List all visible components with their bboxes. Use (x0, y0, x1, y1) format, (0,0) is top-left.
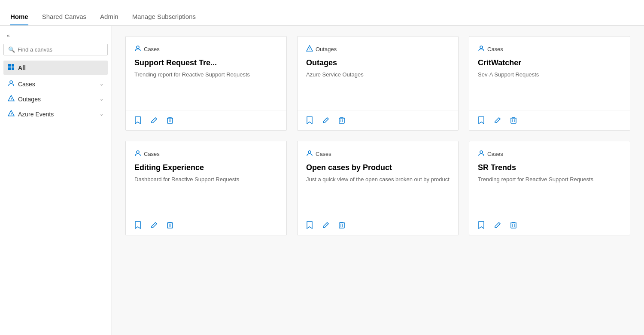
card-delete-button-open-cases-by-product[interactable] (337, 220, 346, 230)
card-category-icon-outages: ! (306, 45, 313, 53)
card-category-critwatcher: Cases (478, 45, 621, 53)
outages-chevron-icon: ⌄ (100, 96, 103, 102)
svg-point-4 (10, 81, 12, 83)
card-footer-sr-trends (469, 215, 630, 235)
sidebar-collapse-button[interactable]: « (3, 31, 108, 40)
card-footer-outages (298, 110, 458, 130)
card-category-outages: ! Outages (306, 45, 450, 53)
search-box[interactable]: 🔍 (3, 44, 108, 55)
nav-item-manage-subscriptions[interactable]: Manage Subscriptions (125, 13, 203, 25)
card-bookmark-button-outages[interactable] (304, 115, 315, 126)
card-outages[interactable]: ! Outages Outages Azure Service Outages (297, 36, 459, 131)
svg-point-30 (308, 151, 311, 153)
svg-rect-10 (167, 118, 173, 123)
card-open-cases-by-product[interactable]: Cases Open cases by Product Just a quick… (297, 141, 459, 235)
sidebar-cases-label: Cases (18, 81, 35, 88)
search-input[interactable] (18, 46, 103, 53)
sidebar-item-azure-events-left: ! Azure Events (8, 110, 54, 118)
card-description-critwatcher: Sev-A Support Requests (478, 71, 621, 79)
sidebar-item-cases-left: Cases (8, 80, 35, 88)
card-edit-button-sr-trends[interactable] (492, 220, 503, 230)
svg-text:!: ! (310, 48, 310, 51)
collapse-icon: « (7, 33, 10, 39)
card-delete-button-critwatcher[interactable] (509, 115, 518, 125)
outages-icon: ! (8, 95, 15, 103)
nav-item-admin[interactable]: Admin (93, 13, 125, 25)
nav-item-shared-canvas[interactable]: Shared Canvas (35, 13, 93, 25)
card-editing-experience[interactable]: Cases Editing Experience Dashboard for R… (125, 141, 287, 235)
svg-rect-2 (8, 67, 11, 70)
svg-rect-36 (511, 223, 516, 228)
card-edit-button-open-cases-by-product[interactable] (321, 220, 331, 230)
cards-grid: Cases Support Request Tre... Trending re… (125, 36, 630, 235)
cases-icon (8, 80, 15, 88)
card-category-sr-trends: Cases (478, 150, 621, 158)
sidebar-outages-label: Outages (18, 96, 41, 103)
sidebar-all-label: All (18, 64, 26, 71)
svg-rect-16 (339, 118, 344, 123)
svg-rect-1 (12, 64, 14, 67)
card-bookmark-button-open-cases-by-product[interactable] (304, 219, 315, 231)
card-edit-button-editing-experience[interactable] (149, 220, 159, 230)
card-footer-open-cases-by-product (298, 215, 458, 235)
sidebar-azure-events-label: Azure Events (18, 111, 54, 118)
card-description-sr-trends: Trending report for Reactive Support Req… (478, 176, 621, 183)
svg-rect-31 (339, 223, 344, 228)
card-description-editing-experience: Dashboard for Reactive Support Requests (134, 176, 278, 183)
card-bookmark-button-support-request-trending[interactable] (133, 115, 143, 126)
card-category-label-support-request-trending: Cases (144, 46, 160, 52)
sidebar-item-outages[interactable]: ! Outages ⌄ (3, 91, 108, 107)
card-category-icon-critwatcher (478, 45, 485, 53)
card-critwatcher[interactable]: Cases CritWatcher Sev-A Support Requests (469, 36, 630, 131)
card-edit-button-support-request-trending[interactable] (149, 115, 159, 125)
card-edit-button-outages[interactable] (321, 115, 331, 125)
card-delete-button-editing-experience[interactable] (165, 220, 175, 230)
card-bookmark-button-editing-experience[interactable] (133, 219, 143, 231)
svg-text:!: ! (11, 97, 12, 100)
top-navigation: Home Shared Canvas Admin Manage Subscrip… (0, 0, 644, 26)
card-footer-critwatcher (469, 110, 630, 130)
svg-rect-21 (511, 118, 516, 123)
card-category-label-sr-trends: Cases (487, 151, 503, 157)
svg-rect-3 (12, 67, 14, 70)
card-delete-button-support-request-trending[interactable] (165, 115, 175, 125)
card-description-outages: Azure Service Outages (306, 71, 450, 79)
card-title-critwatcher: CritWatcher (478, 58, 621, 67)
card-footer-editing-experience (126, 215, 286, 235)
card-body-outages: ! Outages Outages Azure Service Outages (298, 37, 458, 110)
card-category-label-open-cases-by-product: Cases (316, 151, 331, 157)
card-title-sr-trends: SR Trends (478, 163, 621, 172)
main-layout: « 🔍 All (0, 26, 644, 335)
sidebar-item-cases[interactable]: Cases ⌄ (3, 76, 108, 91)
card-category-label-critwatcher: Cases (487, 46, 503, 52)
card-category-icon-open-cases-by-product (306, 150, 313, 158)
card-category-icon-support-request-trending (134, 45, 141, 53)
card-bookmark-button-sr-trends[interactable] (476, 219, 486, 231)
card-support-request-trending[interactable]: Cases Support Request Tre... Trending re… (125, 36, 287, 131)
card-title-editing-experience: Editing Experience (134, 163, 278, 172)
card-edit-button-critwatcher[interactable] (492, 115, 503, 125)
card-title-support-request-trending: Support Request Tre... (134, 58, 278, 67)
azure-events-chevron-icon: ⌄ (100, 111, 103, 117)
sidebar-item-azure-events[interactable]: ! Azure Events ⌄ (3, 107, 108, 122)
card-delete-button-outages[interactable] (337, 115, 346, 125)
card-category-open-cases-by-product: Cases (306, 150, 450, 158)
card-title-open-cases-by-product: Open cases by Product (306, 163, 450, 172)
svg-point-9 (137, 46, 139, 49)
card-bookmark-button-critwatcher[interactable] (476, 115, 486, 126)
sidebar-item-all[interactable]: All (3, 61, 108, 75)
svg-text:!: ! (11, 113, 12, 116)
nav-item-home[interactable]: Home (10, 13, 35, 25)
card-footer-support-request-trending (126, 110, 286, 130)
cases-chevron-icon: ⌄ (100, 81, 103, 87)
svg-rect-0 (8, 64, 11, 67)
card-description-open-cases-by-product: Just a quick view of the open cases brok… (306, 176, 450, 183)
card-title-outages: Outages (306, 58, 450, 67)
card-delete-button-sr-trends[interactable] (509, 220, 518, 230)
card-body-support-request-trending: Cases Support Request Tre... Trending re… (126, 37, 286, 110)
content-area: Cases Support Request Tre... Trending re… (112, 26, 644, 335)
svg-point-20 (480, 46, 483, 49)
card-category-editing-experience: Cases (134, 150, 278, 158)
card-sr-trends[interactable]: Cases SR Trends Trending report for Reac… (469, 141, 630, 235)
sidebar-item-outages-left: ! Outages (8, 95, 41, 103)
